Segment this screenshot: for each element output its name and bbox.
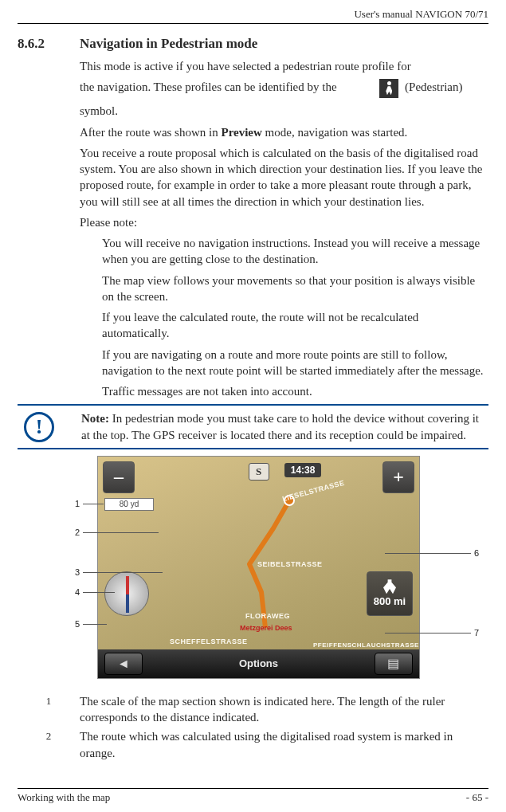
callout-line — [83, 572, 163, 573]
legend-row-2: 2 The route which was calculated using t… — [18, 728, 488, 761]
note-icon-column: ! — [19, 410, 81, 443]
intro-line-3: symbol. — [80, 103, 485, 119]
manual-title: User's manual NAVIGON 70/71 — [354, 8, 488, 20]
note-callout: ! Note: In pedestrian mode you must take… — [18, 404, 488, 449]
bottom-toolbar: ◄ Options ▤ — [98, 649, 419, 678]
pedestrian-icon — [383, 579, 396, 594]
back-button[interactable]: ◄ — [104, 653, 143, 675]
figure-container: – + S 14:38 80 yd LIESELSTRASSE SEIBELST… — [18, 456, 488, 687]
section-number: 8.6.2 — [18, 36, 80, 52]
callout-5: 5 — [75, 619, 80, 629]
distance-value: 800 mi — [374, 595, 406, 607]
compass-rose-icon[interactable] — [104, 571, 149, 616]
footer-right: - 65 - — [466, 791, 488, 804]
legend-row-1: 1 The scale of the map section shown is … — [18, 693, 488, 726]
callout-line — [385, 553, 471, 554]
intro-line-1: This mode is active if you have selected… — [80, 58, 485, 74]
poi-label: Metzgerei Dees — [240, 624, 292, 632]
intro-line-2: the navigation. These profiles can be id… — [80, 79, 485, 98]
legend-text: The scale of the map section shown is in… — [80, 693, 488, 726]
callout-1: 1 — [75, 499, 80, 508]
section-title: Navigation in Pedestrian mode — [80, 36, 257, 52]
intro-line-2a: the navigation. These profiles can be id… — [80, 81, 337, 94]
street-label: SCHEFFELSTRASSE — [170, 637, 248, 645]
note-body: In pedestrian mode you must take care to… — [81, 412, 479, 441]
note-label: Note: — [81, 412, 109, 425]
scale-bar: 80 yd — [104, 498, 154, 511]
callout-6: 6 — [474, 548, 479, 558]
callout-line — [83, 592, 115, 593]
preview-line: After the route was shown in Preview mod… — [80, 124, 485, 140]
page-header: User's manual NAVIGON 70/71 — [18, 8, 488, 24]
layers-button[interactable]: ▤ — [375, 653, 413, 675]
options-button[interactable]: Options — [239, 657, 278, 669]
info-icon: ! — [24, 412, 54, 442]
callout-3: 3 — [75, 567, 80, 577]
legend-num: 1 — [18, 693, 80, 726]
legend-num: 2 — [18, 728, 80, 761]
legend-text: The route which was calculated using the… — [80, 728, 488, 761]
note-item-4: If you are navigating on a route and mor… — [102, 347, 485, 379]
street-label: PFEIFFENSCHLAUCHSTRASSE — [313, 641, 419, 649]
note-text: Note: In pedestrian mode you must take c… — [81, 410, 487, 443]
callout-line — [385, 633, 471, 634]
callout-4: 4 — [75, 587, 80, 597]
note-item-1: You will receive no navigation instructi… — [102, 235, 485, 268]
street-label: SEIBELSTRASSE — [257, 560, 323, 568]
section-heading: 8.6.2 Navigation in Pedestrian mode — [18, 36, 488, 52]
compass-indicator[interactable]: S — [249, 463, 269, 481]
page-footer: Working with the map - 65 - — [18, 788, 488, 804]
street-label: FLORAWEG — [245, 612, 290, 620]
device-screenshot: – + S 14:38 80 yd LIESELSTRASSE SEIBELST… — [97, 456, 420, 679]
callout-line — [83, 532, 159, 533]
clock-display: 14:38 — [284, 463, 322, 477]
callout-line — [83, 504, 104, 504]
note-item-2: The map view follows your movements so t… — [102, 273, 485, 305]
footer-left: Working with the map — [18, 791, 110, 804]
street-label: LIESELSTRASSE — [281, 479, 345, 503]
zoom-in-button[interactable]: + — [382, 461, 414, 493]
destination-info-button[interactable]: 800 mi — [367, 571, 413, 616]
callout-2: 2 — [75, 528, 80, 537]
pedestrian-icon — [379, 79, 398, 98]
callout-line — [83, 624, 107, 625]
note-item-3: If you leave the calculated route, the r… — [102, 309, 485, 342]
body-content: This mode is active if you have selected… — [80, 58, 485, 399]
proposal-para: You receive a route proposal which is ca… — [80, 145, 485, 210]
note-item-5: Traffic messages are not taken into acco… — [102, 383, 485, 399]
please-note: Please note: — [80, 214, 485, 230]
map-area: – + S 14:38 80 yd LIESELSTRASSE SEIBELST… — [98, 457, 419, 649]
intro-line-2b: (Pedestrian) — [405, 81, 462, 94]
note-list: You will receive no navigation instructi… — [102, 235, 485, 399]
callout-7: 7 — [474, 628, 479, 637]
zoom-out-button[interactable]: – — [103, 461, 135, 493]
